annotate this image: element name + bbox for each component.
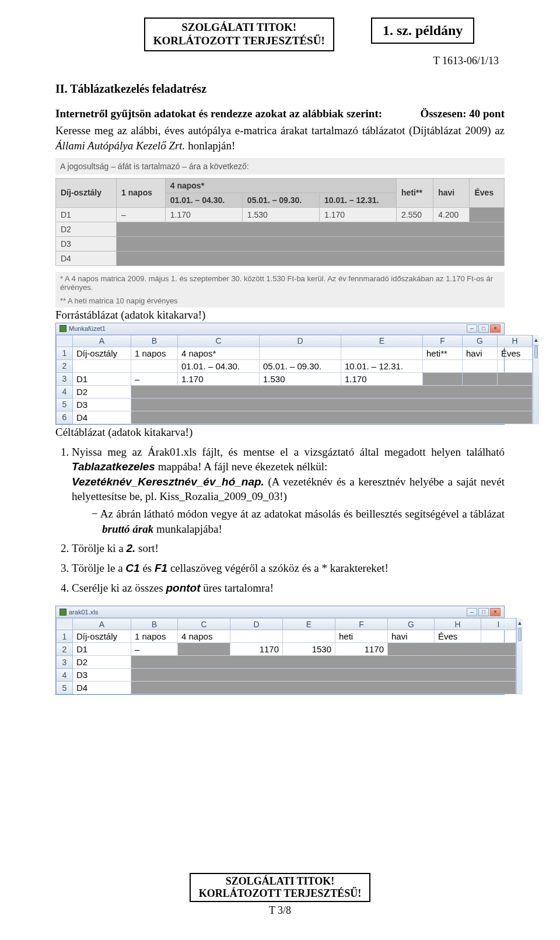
cell-masked[interactable] [463, 372, 498, 385]
cell[interactable]: heti [335, 630, 388, 643]
cell[interactable]: D2 [73, 385, 131, 398]
cell[interactable] [463, 359, 498, 372]
cell[interactable]: Éves [498, 347, 533, 359]
cell[interactable] [341, 347, 423, 359]
cell-masked[interactable] [131, 669, 516, 682]
row-header[interactable]: 5 [57, 398, 73, 411]
excel1-grid[interactable]: A B C D E F G H 1 Díj-osztály1 napos4 na… [56, 335, 533, 424]
cell[interactable] [230, 630, 283, 643]
cell-masked[interactable] [131, 656, 516, 669]
cell[interactable] [498, 359, 533, 372]
col-header[interactable]: A [73, 618, 131, 630]
cell[interactable]: 1 napos [131, 630, 178, 643]
cell[interactable]: 1170 [335, 643, 388, 656]
col-header[interactable]: G [388, 618, 435, 630]
cell[interactable]: 1.170 [178, 372, 260, 385]
cell[interactable]: havi [463, 347, 498, 359]
web-col-havi: havi [433, 178, 470, 207]
cell[interactable]: D4 [73, 411, 131, 424]
cell[interactable] [131, 359, 178, 372]
cell-masked[interactable] [131, 411, 533, 424]
cell[interactable]: 4 napos* [178, 347, 260, 359]
cell[interactable]: Éves [435, 630, 481, 643]
select-all-corner[interactable] [57, 618, 73, 630]
row-header[interactable]: 1 [57, 630, 73, 643]
cell[interactable] [423, 359, 463, 372]
close-button[interactable]: × [490, 324, 501, 333]
vertical-scrollbar[interactable]: ▲ [516, 618, 523, 694]
cell-masked[interactable] [498, 372, 533, 385]
row-header[interactable]: 1 [57, 347, 73, 359]
maximize-button[interactable]: □ [478, 324, 489, 333]
scroll-up-icon[interactable]: ▲ [533, 335, 539, 345]
caption-target-table: Céltáblázat (adatok kitakarva!) [55, 426, 505, 439]
excel2-grid[interactable]: A B C D E F G H I 1 Díj-osztály1 napos4 … [56, 618, 516, 694]
cell[interactable] [481, 630, 516, 643]
cell-masked[interactable] [423, 372, 463, 385]
row-header[interactable]: 4 [57, 385, 73, 398]
cell[interactable] [73, 359, 131, 372]
cell[interactable]: 1 napos [131, 347, 178, 359]
cell[interactable]: – [131, 643, 178, 656]
col-header[interactable]: F [423, 335, 463, 347]
col-header[interactable]: D [260, 335, 341, 347]
cell[interactable]: 10.01. – 12.31. [341, 359, 423, 372]
text-bold: F1 [155, 562, 167, 574]
maximize-button[interactable]: □ [478, 608, 489, 616]
col-header[interactable]: I [481, 618, 516, 630]
row-header[interactable]: 2 [57, 359, 73, 372]
col-header[interactable]: F [335, 618, 388, 630]
cell-masked[interactable] [131, 385, 533, 398]
cell-masked[interactable] [388, 643, 516, 656]
col-header[interactable]: C [178, 618, 230, 630]
minimize-button[interactable]: – [467, 608, 477, 616]
col-header[interactable]: H [498, 335, 533, 347]
cell[interactable]: 05.01. – 09.30. [260, 359, 341, 372]
row-header[interactable]: 3 [57, 656, 73, 669]
cell[interactable]: Díj-osztály [73, 347, 131, 359]
col-header[interactable]: H [435, 618, 481, 630]
scroll-thumb[interactable] [518, 628, 522, 641]
cell[interactable]: D1 [73, 372, 131, 385]
cell[interactable]: 1.170 [341, 372, 423, 385]
scroll-up-icon[interactable]: ▲ [517, 618, 523, 628]
row-header[interactable]: 4 [57, 669, 73, 682]
cell[interactable]: D4 [73, 682, 131, 694]
col-header[interactable]: A [73, 335, 131, 347]
cell: 2.550 [397, 207, 433, 222]
row-header[interactable]: 6 [57, 411, 73, 424]
col-header[interactable]: E [341, 335, 423, 347]
cell[interactable] [260, 347, 341, 359]
cell[interactable]: 1.530 [260, 372, 341, 385]
select-all-corner[interactable] [57, 335, 73, 347]
cell[interactable]: D3 [73, 398, 131, 411]
row-header[interactable]: 2 [57, 643, 73, 656]
col-header[interactable]: E [283, 618, 335, 630]
scroll-thumb[interactable] [534, 345, 538, 358]
cell[interactable]: D2 [73, 656, 131, 669]
cell-masked[interactable] [178, 643, 230, 656]
vertical-scrollbar[interactable]: ▲ [533, 335, 539, 424]
close-button[interactable]: × [490, 608, 501, 616]
col-header[interactable]: B [131, 618, 178, 630]
cell[interactable]: havi [388, 630, 435, 643]
row-header[interactable]: 3 [57, 372, 73, 385]
col-header[interactable]: C [178, 335, 260, 347]
cell[interactable]: D1 [73, 643, 131, 656]
cell[interactable]: 4 napos [178, 630, 230, 643]
cell[interactable]: heti** [423, 347, 463, 359]
cell[interactable]: Díj-osztály [73, 630, 131, 643]
cell[interactable]: – [131, 372, 178, 385]
cell-masked[interactable] [131, 398, 533, 411]
cell[interactable]: 1170 [230, 643, 283, 656]
col-header[interactable]: D [230, 618, 283, 630]
cell[interactable]: 01.01. – 04.30. [178, 359, 260, 372]
col-header[interactable]: G [463, 335, 498, 347]
row-header[interactable]: 5 [57, 682, 73, 694]
minimize-button[interactable]: – [467, 324, 477, 333]
cell-masked[interactable] [131, 682, 516, 694]
col-header[interactable]: B [131, 335, 178, 347]
cell[interactable]: 1530 [283, 643, 335, 656]
cell[interactable] [283, 630, 335, 643]
cell[interactable]: D3 [73, 669, 131, 682]
